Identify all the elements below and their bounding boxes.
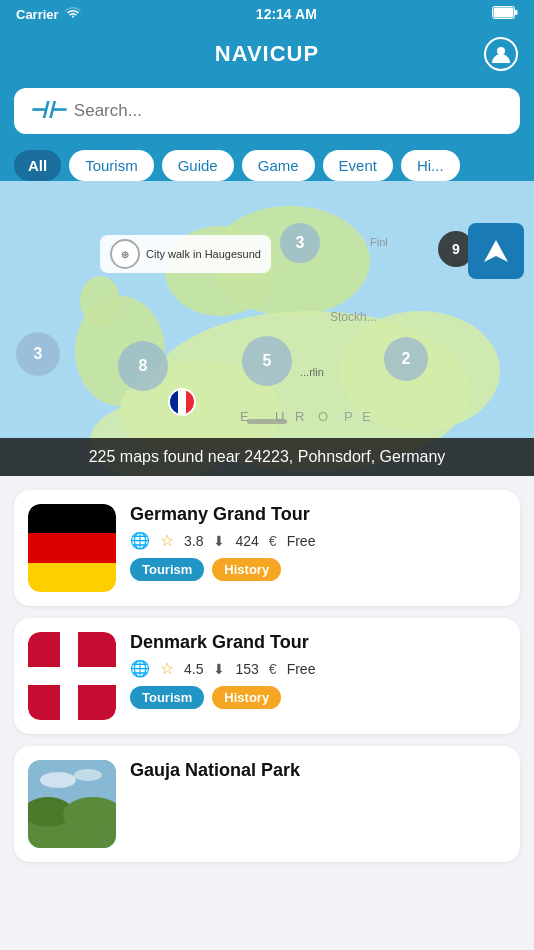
denmark-flag-image	[28, 632, 116, 720]
denmark-price: Free	[287, 661, 316, 677]
denmark-tag-history[interactable]: History	[212, 686, 281, 709]
cards-section: Germany Grand Tour 🌐 ☆ 3.8 ⬇ 424 € Free …	[0, 476, 534, 862]
status-left: Carrier	[16, 7, 81, 22]
battery-icon	[492, 6, 518, 22]
filter-tab-event[interactable]: Event	[323, 150, 393, 181]
germany-tag-history[interactable]: History	[212, 558, 281, 581]
city-walk-text: City walk in Haugesund	[146, 248, 261, 260]
status-bar: Carrier 12:14 AM	[0, 0, 534, 28]
germany-star-icon: ☆	[160, 531, 174, 550]
denmark-card-content: Denmark Grand Tour 🌐 ☆ 4.5 ⬇ 153 € Free …	[130, 632, 506, 709]
search-input[interactable]	[74, 101, 506, 121]
status-right	[492, 6, 518, 22]
germany-rating: 3.8	[184, 533, 203, 549]
svg-text:P: P	[344, 409, 353, 424]
search-section: ⊣⊢	[0, 80, 534, 144]
map-svg: Finl Tou Stockh... E U R O P E ...rlin	[0, 181, 534, 476]
germany-euro-icon: €	[269, 533, 277, 549]
svg-text:O: O	[318, 409, 328, 424]
map-marker-3-top[interactable]: 3	[280, 223, 320, 263]
gauja-card-content: Gauja National Park	[130, 760, 506, 787]
gauja-card-title: Gauja National Park	[130, 760, 506, 781]
nav-button[interactable]	[468, 223, 524, 279]
denmark-rating: 4.5	[184, 661, 203, 677]
drag-indicator	[247, 419, 287, 424]
svg-text:E: E	[362, 409, 371, 424]
denmark-card-meta: 🌐 ☆ 4.5 ⬇ 153 € Free	[130, 659, 506, 678]
map-marker-8[interactable]: 8	[118, 341, 168, 391]
map-status-text: 225 maps found near 24223, Pohnsdorf, Ge…	[89, 448, 446, 465]
carrier-label: Carrier	[16, 7, 59, 22]
svg-rect-1	[494, 8, 514, 18]
svg-point-3	[497, 47, 505, 55]
germany-tag-tourism[interactable]: Tourism	[130, 558, 204, 581]
denmark-downloads: 153	[235, 661, 258, 677]
germany-price: Free	[287, 533, 316, 549]
filter-tabs: All Tourism Guide Game Event Hi...	[0, 144, 534, 181]
header: NAVICUP	[0, 28, 534, 80]
svg-point-28	[74, 769, 102, 781]
svg-text:R: R	[295, 409, 304, 424]
app-title: NAVICUP	[215, 41, 319, 67]
map-container[interactable]: Finl Tou Stockh... E U R O P E ...rlin ⊕…	[0, 181, 534, 476]
germany-card-meta: 🌐 ☆ 3.8 ⬇ 424 € Free	[130, 531, 506, 550]
germany-card-tags: Tourism History	[130, 558, 506, 581]
card-denmark[interactable]: Denmark Grand Tour 🌐 ☆ 4.5 ⬇ 153 € Free …	[14, 618, 520, 734]
search-bar: ⊣⊢	[14, 88, 520, 134]
status-time: 12:14 AM	[256, 6, 317, 22]
map-status-bar: 225 maps found near 24223, Pohnsdorf, Ge…	[0, 438, 534, 476]
card-germany[interactable]: Germany Grand Tour 🌐 ☆ 3.8 ⬇ 424 € Free …	[14, 490, 520, 606]
svg-point-27	[40, 772, 76, 788]
search-logo-icon: ⊣⊢	[28, 98, 66, 124]
wifi-icon	[65, 7, 81, 22]
svg-point-8	[80, 276, 120, 326]
city-walk-label: ⊕ City walk in Haugesund	[100, 235, 271, 273]
svg-text:Stockh...: Stockh...	[330, 310, 377, 324]
filter-tab-all[interactable]: All	[14, 150, 61, 181]
denmark-card-tags: Tourism History	[130, 686, 506, 709]
denmark-card-title: Denmark Grand Tour	[130, 632, 506, 653]
germany-downloads: 424	[235, 533, 258, 549]
gauja-image	[28, 760, 116, 848]
germany-globe-icon: 🌐	[130, 531, 150, 550]
denmark-globe-icon: 🌐	[130, 659, 150, 678]
card-gauja[interactable]: Gauja National Park	[14, 746, 520, 862]
filter-tab-game[interactable]: Game	[242, 150, 315, 181]
germany-card-content: Germany Grand Tour 🌐 ☆ 3.8 ⬇ 424 € Free …	[130, 504, 506, 581]
svg-text:Finl: Finl	[370, 236, 388, 248]
svg-text:...rlin: ...rlin	[300, 366, 324, 378]
profile-button[interactable]	[484, 37, 518, 71]
germany-flag-image	[28, 504, 116, 592]
filter-section: All Tourism Guide Game Event Hi...	[0, 144, 534, 181]
denmark-star-icon: ☆	[160, 659, 174, 678]
svg-rect-2	[515, 10, 518, 15]
map-marker-5[interactable]: 5	[242, 336, 292, 386]
denmark-euro-icon: €	[269, 661, 277, 677]
filter-tab-tourism[interactable]: Tourism	[69, 150, 154, 181]
denmark-download-icon: ⬇	[213, 661, 225, 677]
germany-card-title: Germany Grand Tour	[130, 504, 506, 525]
map-marker-2[interactable]: 2	[384, 337, 428, 381]
compass-icon: ⊕	[110, 239, 140, 269]
germany-download-icon: ⬇	[213, 533, 225, 549]
france-flag-marker	[168, 388, 196, 416]
map-marker-3-left[interactable]: 3	[16, 332, 60, 376]
filter-tab-guide[interactable]: Guide	[162, 150, 234, 181]
filter-tab-history[interactable]: Hi...	[401, 150, 460, 181]
denmark-tag-tourism[interactable]: Tourism	[130, 686, 204, 709]
